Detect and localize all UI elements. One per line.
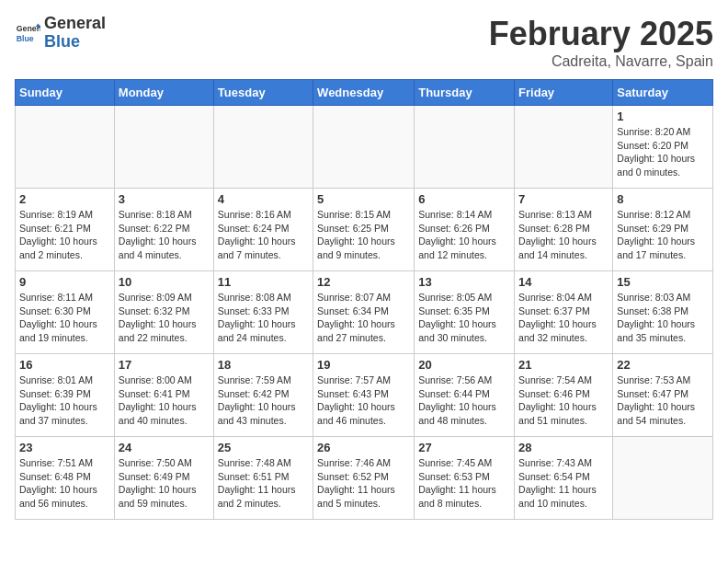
day-info: Sunrise: 8:11 AM Sunset: 6:30 PM Dayligh… <box>19 291 110 345</box>
calendar-cell: 12Sunrise: 8:07 AM Sunset: 6:34 PM Dayli… <box>313 271 415 354</box>
day-info: Sunrise: 7:43 AM Sunset: 6:54 PM Dayligh… <box>518 456 609 511</box>
calendar-cell: 20Sunrise: 7:56 AM Sunset: 6:44 PM Dayli… <box>415 354 515 437</box>
day-info: Sunrise: 8:08 AM Sunset: 6:33 PM Dayligh… <box>218 291 309 345</box>
day-number: 21 <box>518 358 609 372</box>
day-number: 6 <box>418 192 510 206</box>
calendar-cell: 15Sunrise: 8:03 AM Sunset: 6:38 PM Dayli… <box>613 271 713 354</box>
logo: General Blue General Blue <box>15 15 106 52</box>
day-number: 8 <box>617 192 709 206</box>
calendar-cell: 10Sunrise: 8:09 AM Sunset: 6:32 PM Dayli… <box>114 271 213 354</box>
day-info: Sunrise: 7:48 AM Sunset: 6:51 PM Dayligh… <box>218 456 309 511</box>
day-number: 22 <box>617 358 709 372</box>
day-info: Sunrise: 8:12 AM Sunset: 6:29 PM Dayligh… <box>617 208 709 262</box>
day-number: 16 <box>19 358 110 372</box>
weekday-header-tuesday: Tuesday <box>213 80 313 106</box>
calendar-cell: 7Sunrise: 8:13 AM Sunset: 6:28 PM Daylig… <box>515 189 613 271</box>
day-number: 9 <box>19 275 110 289</box>
day-info: Sunrise: 7:51 AM Sunset: 6:48 PM Dayligh… <box>19 456 110 511</box>
calendar-week-4: 16Sunrise: 8:01 AM Sunset: 6:39 PM Dayli… <box>16 354 713 437</box>
calendar-cell: 4Sunrise: 8:16 AM Sunset: 6:24 PM Daylig… <box>213 189 313 271</box>
day-number: 11 <box>218 275 309 289</box>
calendar-cell: 3Sunrise: 8:18 AM Sunset: 6:22 PM Daylig… <box>114 189 213 271</box>
day-info: Sunrise: 8:14 AM Sunset: 6:26 PM Dayligh… <box>418 208 510 262</box>
day-number: 10 <box>119 275 210 289</box>
calendar-cell: 13Sunrise: 8:05 AM Sunset: 6:35 PM Dayli… <box>415 271 515 354</box>
day-number: 18 <box>218 358 309 372</box>
calendar-cell: 23Sunrise: 7:51 AM Sunset: 6:48 PM Dayli… <box>16 437 115 520</box>
day-number: 12 <box>317 275 410 289</box>
day-number: 3 <box>119 192 210 206</box>
day-info: Sunrise: 8:13 AM Sunset: 6:28 PM Dayligh… <box>518 208 609 262</box>
calendar-week-5: 23Sunrise: 7:51 AM Sunset: 6:48 PM Dayli… <box>16 437 713 520</box>
calendar-table: SundayMondayTuesdayWednesdayThursdayFrid… <box>15 79 713 520</box>
day-info: Sunrise: 8:05 AM Sunset: 6:35 PM Dayligh… <box>418 291 510 345</box>
day-info: Sunrise: 8:01 AM Sunset: 6:39 PM Dayligh… <box>19 373 110 428</box>
day-info: Sunrise: 7:45 AM Sunset: 6:53 PM Dayligh… <box>418 456 510 511</box>
calendar-cell <box>613 437 713 520</box>
weekday-header-saturday: Saturday <box>613 80 713 106</box>
weekday-header-monday: Monday <box>114 80 213 106</box>
day-info: Sunrise: 7:56 AM Sunset: 6:44 PM Dayligh… <box>418 373 510 428</box>
header: General Blue General Blue February 2025 … <box>15 15 713 70</box>
calendar-cell: 14Sunrise: 8:04 AM Sunset: 6:37 PM Dayli… <box>515 271 613 354</box>
day-info: Sunrise: 8:07 AM Sunset: 6:34 PM Dayligh… <box>317 291 410 345</box>
svg-text:Blue: Blue <box>17 34 34 43</box>
weekday-header-sunday: Sunday <box>16 80 115 106</box>
day-number: 23 <box>19 441 110 454</box>
weekday-header-wednesday: Wednesday <box>313 80 415 106</box>
day-info: Sunrise: 8:18 AM Sunset: 6:22 PM Dayligh… <box>119 208 210 262</box>
day-info: Sunrise: 8:09 AM Sunset: 6:32 PM Dayligh… <box>119 291 210 345</box>
calendar-cell <box>313 106 415 189</box>
calendar-cell: 19Sunrise: 7:57 AM Sunset: 6:43 PM Dayli… <box>313 354 415 437</box>
weekday-header-friday: Friday <box>515 80 613 106</box>
weekday-header-thursday: Thursday <box>415 80 515 106</box>
day-number: 2 <box>19 192 110 206</box>
day-number: 25 <box>218 441 309 454</box>
day-number: 15 <box>617 275 709 289</box>
calendar-cell <box>415 106 515 189</box>
day-info: Sunrise: 8:03 AM Sunset: 6:38 PM Dayligh… <box>617 291 709 345</box>
day-number: 13 <box>418 275 510 289</box>
calendar-cell: 6Sunrise: 8:14 AM Sunset: 6:26 PM Daylig… <box>415 189 515 271</box>
calendar-cell: 27Sunrise: 7:45 AM Sunset: 6:53 PM Dayli… <box>415 437 515 520</box>
day-info: Sunrise: 7:53 AM Sunset: 6:47 PM Dayligh… <box>617 373 709 428</box>
day-info: Sunrise: 8:20 AM Sunset: 6:20 PM Dayligh… <box>617 125 709 179</box>
calendar-cell: 24Sunrise: 7:50 AM Sunset: 6:49 PM Dayli… <box>114 437 213 520</box>
calendar-cell: 1Sunrise: 8:20 AM Sunset: 6:20 PM Daylig… <box>613 106 713 189</box>
calendar-cell: 21Sunrise: 7:54 AM Sunset: 6:46 PM Dayli… <box>515 354 613 437</box>
calendar-week-3: 9Sunrise: 8:11 AM Sunset: 6:30 PM Daylig… <box>16 271 713 354</box>
day-info: Sunrise: 8:04 AM Sunset: 6:37 PM Dayligh… <box>518 291 609 345</box>
calendar-cell: 9Sunrise: 8:11 AM Sunset: 6:30 PM Daylig… <box>16 271 115 354</box>
day-info: Sunrise: 7:50 AM Sunset: 6:49 PM Dayligh… <box>119 456 210 511</box>
day-number: 17 <box>119 358 210 372</box>
logo-icon: General Blue <box>15 20 40 46</box>
calendar-cell: 2Sunrise: 8:19 AM Sunset: 6:21 PM Daylig… <box>16 189 115 271</box>
calendar-cell: 8Sunrise: 8:12 AM Sunset: 6:29 PM Daylig… <box>613 189 713 271</box>
calendar-cell: 18Sunrise: 7:59 AM Sunset: 6:42 PM Dayli… <box>213 354 313 437</box>
day-number: 4 <box>218 192 309 206</box>
title-area: February 2025 Cadreita, Navarre, Spain <box>489 15 713 70</box>
day-info: Sunrise: 8:00 AM Sunset: 6:41 PM Dayligh… <box>119 373 210 428</box>
day-number: 5 <box>317 192 410 206</box>
day-number: 28 <box>518 441 609 454</box>
calendar-header: SundayMondayTuesdayWednesdayThursdayFrid… <box>16 80 713 106</box>
day-info: Sunrise: 7:54 AM Sunset: 6:46 PM Dayligh… <box>518 373 609 428</box>
calendar-cell: 28Sunrise: 7:43 AM Sunset: 6:54 PM Dayli… <box>515 437 613 520</box>
calendar-cell <box>515 106 613 189</box>
location-title: Cadreita, Navarre, Spain <box>489 53 713 70</box>
month-title: February 2025 <box>489 15 713 53</box>
day-info: Sunrise: 8:19 AM Sunset: 6:21 PM Dayligh… <box>19 208 110 262</box>
calendar-cell: 5Sunrise: 8:15 AM Sunset: 6:25 PM Daylig… <box>313 189 415 271</box>
calendar-cell: 22Sunrise: 7:53 AM Sunset: 6:47 PM Dayli… <box>613 354 713 437</box>
day-info: Sunrise: 7:57 AM Sunset: 6:43 PM Dayligh… <box>317 373 410 428</box>
day-number: 14 <box>518 275 609 289</box>
day-info: Sunrise: 7:46 AM Sunset: 6:52 PM Dayligh… <box>317 456 410 511</box>
day-info: Sunrise: 7:59 AM Sunset: 6:42 PM Dayligh… <box>218 373 309 428</box>
logo-general-text: General <box>44 14 106 32</box>
day-number: 19 <box>317 358 410 372</box>
calendar-cell <box>213 106 313 189</box>
calendar-cell: 25Sunrise: 7:48 AM Sunset: 6:51 PM Dayli… <box>213 437 313 520</box>
calendar-cell: 11Sunrise: 8:08 AM Sunset: 6:33 PM Dayli… <box>213 271 313 354</box>
calendar-cell: 16Sunrise: 8:01 AM Sunset: 6:39 PM Dayli… <box>16 354 115 437</box>
logo-blue-text: Blue <box>44 32 80 51</box>
